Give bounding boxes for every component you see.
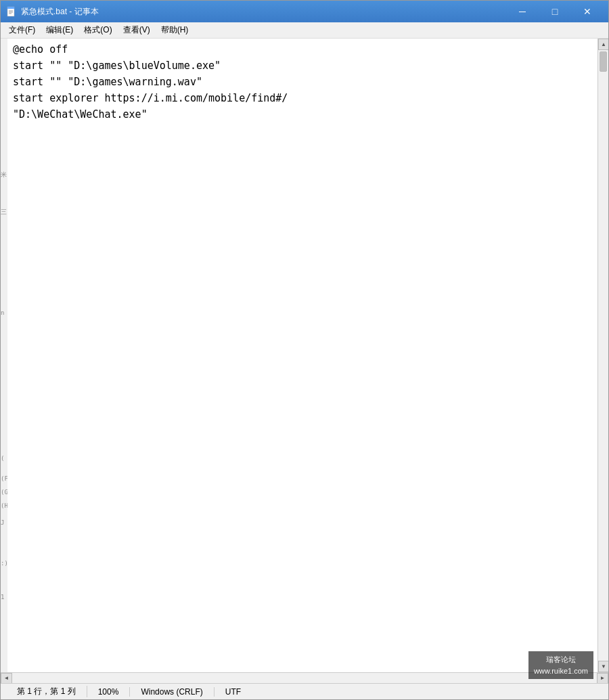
notepad-window: 紧急模式.bat - 记事本 ─ □ ✕ 文件(F) 编辑(E) 格式(O) 查… [0, 0, 609, 700]
minimize-button[interactable]: ─ [507, 3, 538, 20]
scroll-up-button[interactable]: ▲ [598, 39, 608, 50]
menu-edit[interactable]: 编辑(E) [41, 23, 78, 37]
left-char-5: (F [1, 475, 7, 482]
svg-rect-1 [7, 7, 14, 9]
left-char-4: ( [1, 455, 4, 462]
left-char-8: J [1, 519, 4, 526]
menu-bar: 文件(F) 编辑(E) 格式(O) 查看(V) 帮助(H) [1, 22, 608, 39]
content-area: 米 三 n ( (F (G (H J :) 1 @echo off start … [1, 39, 608, 672]
scroll-left-button[interactable]: ◄ [1, 673, 12, 684]
menu-format[interactable]: 格式(O) [78, 23, 117, 37]
maximize-button[interactable]: □ [539, 3, 570, 20]
scroll-right-button[interactable]: ► [597, 673, 608, 684]
horizontal-scrollbar: ◄ ► [1, 672, 608, 683]
scroll-track[interactable] [598, 50, 608, 661]
line-ending: Windows (CRLF) [130, 687, 214, 697]
menu-view[interactable]: 查看(V) [118, 23, 156, 37]
scroll-down-button[interactable]: ▼ [598, 661, 608, 672]
left-char-7: (H [1, 502, 7, 509]
title-bar: 紧急模式.bat - 记事本 ─ □ ✕ [1, 1, 608, 22]
h-scroll-track[interactable] [12, 673, 597, 683]
left-char-1: 米 [1, 171, 7, 179]
left-char-6: (G [1, 489, 7, 496]
zoom-level: 100% [87, 687, 131, 697]
encoding: UTF [215, 687, 252, 697]
editor-wrapper: @echo off start "" "D:\games\blueVolume.… [7, 39, 597, 672]
left-char-3: n [1, 309, 4, 316]
menu-help[interactable]: 帮助(H) [156, 23, 194, 37]
left-char-9: :) [1, 560, 7, 567]
left-char-2: 三 [1, 208, 7, 217]
editor-content[interactable]: @echo off start "" "D:\games\blueVolume.… [7, 39, 597, 672]
menu-file[interactable]: 文件(F) [3, 23, 41, 37]
cursor-position: 第 1 行，第 1 列 [6, 686, 87, 697]
scroll-thumb[interactable] [600, 51, 607, 72]
app-icon [6, 6, 17, 17]
right-scrollbar: ▲ ▼ [597, 39, 608, 672]
status-bar: 第 1 行，第 1 列 100% Windows (CRLF) UTF [1, 683, 608, 699]
left-char-10: 1 [1, 594, 4, 600]
left-margin: 米 三 n ( (F (G (H J :) 1 [1, 39, 7, 672]
close-button[interactable]: ✕ [572, 3, 603, 20]
window-controls: ─ □ ✕ [507, 3, 603, 20]
window-title: 紧急模式.bat - 记事本 [21, 6, 507, 18]
